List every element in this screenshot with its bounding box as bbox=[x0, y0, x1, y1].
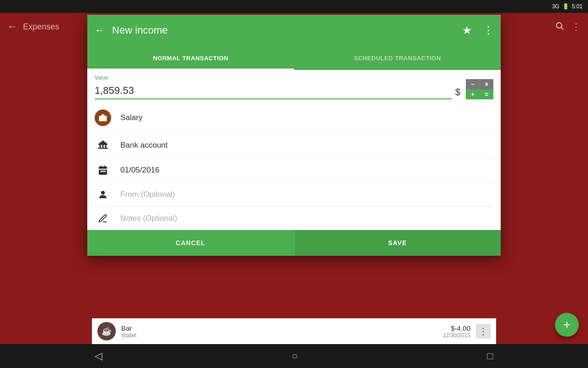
time-display: 5:01 bbox=[572, 3, 582, 10]
dialog-header: ← New income ★ ⋮ bbox=[87, 15, 501, 46]
svg-rect-5 bbox=[105, 145, 106, 148]
tab-scheduled-label: SCHEDULED TRANSACTION bbox=[354, 55, 441, 62]
calendar-icon bbox=[95, 165, 111, 176]
svg-rect-4 bbox=[102, 145, 103, 148]
tab-normal-transaction[interactable]: NORMAL TRANSACTION bbox=[87, 46, 294, 70]
dialog-actions: CANCEL SAVE bbox=[87, 230, 501, 256]
nav-back-icon[interactable]: ◁ bbox=[95, 350, 102, 362]
nav-recent-icon[interactable]: □ bbox=[487, 350, 493, 362]
dialog-overlay: ← New income ★ ⋮ NORMAL TRANSACTION SCHE… bbox=[0, 13, 588, 368]
value-label: Value bbox=[95, 75, 108, 81]
app-background: ← Expenses ⋮ ☕ Bar Wallet $-4.00 12/30/2… bbox=[0, 13, 588, 368]
bank-icon bbox=[95, 139, 111, 151]
status-bar: 3G 🔋 5:01 bbox=[0, 0, 588, 13]
svg-rect-6 bbox=[98, 148, 108, 149]
dialog-back-button[interactable]: ← bbox=[95, 24, 105, 36]
calc-minus-button[interactable]: − bbox=[466, 79, 480, 89]
person-icon bbox=[95, 189, 111, 200]
date-row[interactable]: 01/05/2016 bbox=[95, 158, 493, 183]
navigation-bar: ◁ ○ □ bbox=[0, 344, 588, 368]
calculator-buttons: − × + = bbox=[466, 79, 493, 99]
notes-input[interactable] bbox=[120, 214, 493, 223]
value-section: Value $ − × + = bbox=[95, 70, 493, 103]
dialog-more-button[interactable]: ⋮ bbox=[483, 24, 493, 36]
calc-equals-button[interactable]: = bbox=[480, 90, 494, 100]
account-value: Bank account bbox=[120, 141, 493, 150]
value-input[interactable] bbox=[95, 85, 452, 97]
svg-rect-2 bbox=[99, 116, 107, 121]
svg-rect-12 bbox=[102, 171, 104, 172]
tab-scheduled-transaction[interactable]: SCHEDULED TRANSACTION bbox=[294, 46, 501, 70]
battery-icon: 🔋 bbox=[562, 3, 569, 10]
save-button[interactable]: SAVE bbox=[294, 230, 501, 256]
category-value: Salary bbox=[120, 113, 493, 122]
pencil-icon bbox=[95, 213, 111, 224]
currency-symbol: $ bbox=[455, 87, 460, 99]
from-row[interactable] bbox=[95, 183, 493, 207]
transaction-type-tabs: NORMAL TRANSACTION SCHEDULED TRANSACTION bbox=[87, 46, 501, 70]
cancel-button[interactable]: CANCEL bbox=[87, 230, 294, 256]
favorite-button[interactable]: ★ bbox=[462, 24, 472, 37]
value-input-wrapper: Value bbox=[95, 76, 452, 99]
calc-plus-button[interactable]: + bbox=[466, 90, 480, 100]
category-row[interactable]: Salary bbox=[95, 103, 493, 133]
tab-normal-label: NORMAL TRANSACTION bbox=[153, 55, 228, 62]
fab-add-button[interactable]: + bbox=[555, 313, 579, 337]
dialog-content: Value $ − × + = bbox=[87, 70, 501, 230]
nav-home-icon[interactable]: ○ bbox=[292, 350, 298, 362]
notes-row[interactable] bbox=[95, 207, 493, 230]
from-input[interactable] bbox=[120, 190, 493, 199]
calc-multiply-button[interactable]: × bbox=[480, 79, 494, 89]
new-income-dialog: ← New income ★ ⋮ NORMAL TRANSACTION SCHE… bbox=[87, 15, 501, 256]
signal-indicator: 3G bbox=[552, 3, 560, 10]
salary-icon bbox=[95, 109, 111, 126]
account-row[interactable]: Bank account bbox=[95, 133, 493, 158]
svg-rect-13 bbox=[104, 171, 106, 172]
svg-rect-3 bbox=[99, 145, 101, 148]
svg-rect-11 bbox=[101, 171, 102, 172]
dialog-title: New income bbox=[112, 24, 455, 36]
date-value: 01/05/2016 bbox=[120, 166, 493, 175]
svg-point-14 bbox=[101, 191, 105, 195]
